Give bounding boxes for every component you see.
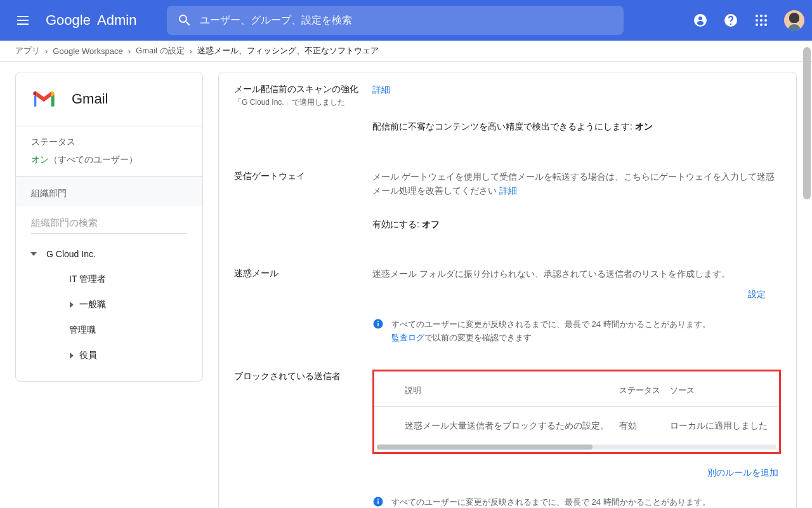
logo-google: Google [46, 12, 91, 29]
sidebar-title: Gmail [72, 91, 108, 107]
breadcrumb: アプリ › Google Workspace › Gmail の設定 › 迷惑メ… [0, 41, 812, 62]
setting-status-label: 有効にする: [372, 219, 422, 229]
breadcrumb-current: 迷惑メール、フィッシング、不正なソフトウェア [197, 45, 379, 57]
breadcrumb-item[interactable]: アプリ [15, 45, 40, 57]
table-header-desc: 説明 [405, 384, 619, 398]
help-icon [723, 13, 738, 28]
triangle-right-icon [69, 302, 75, 308]
org-search-input[interactable] [31, 212, 187, 234]
setting-title: メール配信前のスキャンの強化 [234, 83, 372, 96]
org-section-label: 組織部門 [16, 176, 202, 206]
help-button[interactable] [718, 8, 743, 33]
detail-link[interactable]: 詳細 [372, 84, 390, 95]
chevron-right-icon: › [128, 46, 131, 56]
svg-rect-15 [377, 500, 379, 504]
info-icon [372, 496, 384, 507]
apps-grid-icon [754, 13, 769, 28]
tree-label: G Cloud Inc. [41, 249, 96, 259]
main-card: メール配信前のスキャンの強化 「G Cloud Inc.」で適用しました 詳細 … [218, 72, 797, 508]
scrollbar-thumb[interactable] [377, 444, 593, 450]
detail-link[interactable]: 詳細 [499, 185, 517, 196]
svg-point-4 [764, 15, 767, 17]
tree-item[interactable]: 一般職 [16, 292, 202, 318]
setting-desc: メール ゲートウェイを使用して受信メールを転送する場合は、こちらにゲートウェイを… [372, 171, 775, 196]
svg-rect-12 [377, 323, 379, 326]
setting-row-blocked: ブロックされている送信者 説明 ステータス ソース 迷惑メール大量送信者をブロッ… [219, 352, 796, 508]
triangle-down-icon [30, 251, 37, 257]
setting-desc: 迷惑メール フォルダに振り分けられない、承認されている送信者のリストを作成します… [372, 269, 730, 279]
chevron-right-icon: › [190, 46, 192, 56]
table-header-status: ステータス [619, 384, 670, 398]
horizontal-scrollbar[interactable] [377, 444, 776, 450]
tree-label: 役員 [79, 350, 97, 361]
menu-button[interactable] [8, 5, 38, 36]
tree-item[interactable]: 役員 [16, 343, 202, 368]
setting-title: 受信ゲートウェイ [234, 170, 372, 183]
tree-label: 管理職 [69, 324, 96, 336]
svg-point-10 [764, 23, 767, 26]
table-cell-source: ローカルに適用しました [670, 418, 779, 432]
svg-rect-16 [377, 498, 379, 500]
blocked-senders-table-highlight: 説明 ステータス ソース 迷惑メール大量送信者をブロックするための設定。 有効 … [372, 370, 781, 453]
expand-toggle[interactable] [64, 348, 79, 363]
tree-item[interactable]: IT 管理者 [16, 267, 202, 292]
vertical-scrollbar[interactable] [802, 41, 812, 206]
search-container[interactable] [167, 6, 624, 35]
info-icon [372, 318, 384, 330]
svg-point-2 [756, 15, 758, 17]
tree-label: 一般職 [79, 299, 106, 311]
svg-point-7 [764, 19, 767, 22]
config-link[interactable]: 設定 [748, 289, 766, 299]
logo[interactable]: Google Admin [43, 12, 136, 29]
svg-point-8 [756, 23, 758, 26]
tree-label: IT 管理者 [69, 274, 106, 285]
status-value: オン [31, 154, 49, 164]
status-label: ステータス [31, 137, 187, 148]
scrollbar-thumb[interactable] [803, 47, 811, 199]
audit-log-link[interactable]: 監査ログ [391, 333, 424, 342]
info-text: すべてのユーザーに変更が反映されるまでに、最長で 24 時間かかることがあります… [391, 319, 710, 329]
svg-rect-13 [377, 321, 379, 322]
breadcrumb-item[interactable]: Gmail の設定 [136, 45, 185, 57]
hamburger-icon [17, 20, 29, 21]
tree-item[interactable]: 管理職 [16, 318, 202, 343]
setting-row-gateway[interactable]: 受信ゲートウェイ メール ゲートウェイを使用して受信メールを転送する場合は、こち… [219, 152, 796, 249]
info-text: すべてのユーザーに変更が反映されるまでに、最長で 24 時間かかることがあります… [391, 497, 710, 507]
setting-title: ブロックされている送信者 [234, 370, 372, 383]
svg-point-6 [760, 19, 763, 22]
blocked-senders-table: 説明 ステータス ソース 迷惑メール大量送信者をブロックするための設定。 有効 … [374, 371, 779, 449]
breadcrumb-item[interactable]: Google Workspace [53, 46, 122, 56]
setting-row-scan[interactable]: メール配信前のスキャンの強化 「G Cloud Inc.」で適用しました 詳細 … [219, 76, 796, 152]
account-updates-button[interactable] [688, 8, 713, 33]
setting-applied: 「G Cloud Inc.」で適用しました [234, 97, 372, 108]
setting-value: オフ [422, 219, 440, 229]
table-cell-desc: 迷惑メール大量送信者をブロックするための設定。 [405, 418, 619, 432]
org-tree: G Cloud Inc. IT 管理者 一般職 管理職 [16, 236, 202, 381]
apps-button[interactable] [749, 8, 774, 33]
table-row[interactable]: 迷惑メール大量送信者をブロックするための設定。 有効 ローカルに適用しました [374, 407, 779, 444]
logo-admin: Admin [97, 12, 136, 29]
info-suffix: で以前の変更を確認できます [424, 333, 532, 342]
search-icon [177, 13, 192, 28]
setting-value: オン [635, 121, 653, 131]
search-input[interactable] [200, 15, 613, 26]
triangle-right-icon [69, 352, 75, 359]
chevron-right-icon: › [45, 46, 48, 56]
tree-item-root[interactable]: G Cloud Inc. [16, 241, 202, 267]
table-cell-status: 有効 [619, 418, 670, 432]
expand-toggle[interactable] [26, 246, 41, 262]
setting-title: 迷惑メール [234, 267, 372, 280]
svg-point-9 [760, 23, 763, 26]
svg-point-3 [760, 15, 763, 17]
status-users: （すべてのユーザー） [49, 154, 138, 164]
table-header-source: ソース [670, 384, 779, 398]
expand-toggle[interactable] [64, 297, 79, 312]
clock-account-icon [693, 13, 708, 28]
gmail-icon [31, 86, 56, 112]
setting-desc: 配信前に不審なコンテンツを高い精度で検出できるようにします: [372, 121, 635, 131]
setting-row-spam[interactable]: 迷惑メール 迷惑メール フォルダに振り分けられない、承認されている送信者のリスト… [219, 249, 796, 352]
sidebar-card: Gmail ステータス オン（すべてのユーザー） 組織部門 G Cloud In… [15, 72, 203, 382]
svg-point-5 [756, 19, 758, 22]
user-avatar[interactable] [784, 10, 804, 30]
add-rule-link[interactable]: 別のルールを追加 [707, 467, 778, 478]
